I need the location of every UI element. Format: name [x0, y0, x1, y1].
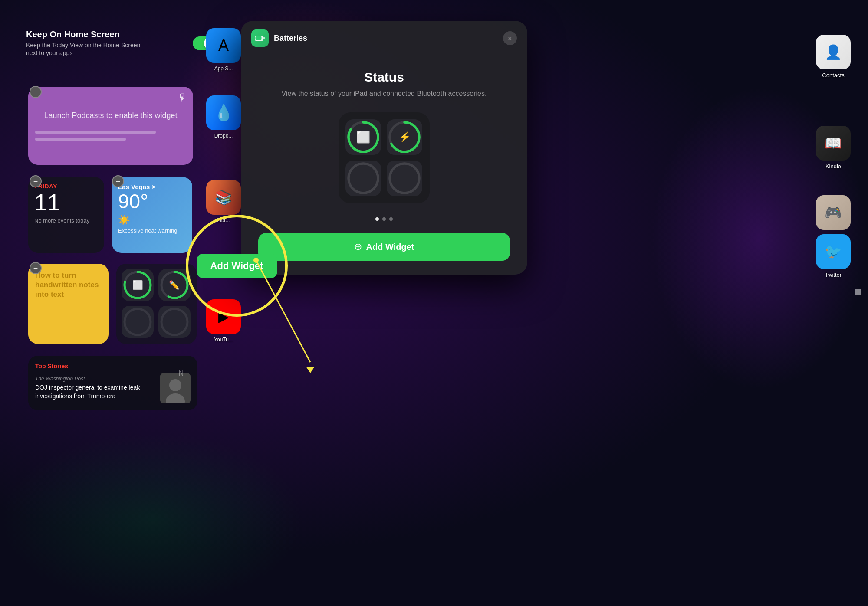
tablet-icon: ⬜: [132, 280, 143, 290]
news-widget: N Top Stories The Washington Post DOJ in…: [28, 356, 197, 410]
podcasts-lines: [35, 127, 186, 141]
podcasts-minus-badge[interactable]: −: [30, 86, 42, 98]
weather-minus-badge[interactable]: −: [112, 175, 124, 187]
svg-rect-11: [256, 36, 262, 40]
add-widget-label: Add Widget: [366, 242, 414, 252]
bg-blob3: [0, 432, 304, 606]
modal-title: Status: [364, 70, 404, 85]
unknown-dot: [855, 289, 861, 295]
libby-icon[interactable]: 📚: [206, 180, 241, 215]
modal-close-button[interactable]: ×: [503, 31, 517, 45]
battery-circle-pencil: ✏️: [158, 269, 191, 301]
page-dot-2: [382, 217, 386, 221]
contacts-app: 👤 Contacts: [807, 35, 859, 79]
close-icon: ×: [508, 35, 512, 42]
kindle-label: Kindle: [825, 163, 841, 170]
preview-circle-empty2: [387, 161, 422, 196]
contacts-label: Contacts: [822, 72, 844, 79]
preview-tablet-icon: ⬜: [356, 131, 370, 144]
weather-city: Las Vegas ➤: [118, 183, 186, 190]
libby-app: 📚 Libr...: [204, 180, 243, 223]
dropbox-label: Dropb...: [214, 133, 233, 139]
home-screen-bar: Keep On Home Screen Keep the Today View …: [26, 29, 217, 57]
svg-point-16: [349, 164, 378, 193]
svg-rect-10: [263, 37, 265, 39]
add-widget-plus-icon: ⊕: [354, 241, 362, 252]
twitter-app: 🐦 Twitter: [807, 234, 859, 278]
nt-app: 🎮 nt: [807, 195, 859, 239]
calendar-day: FRIDAY: [34, 183, 98, 190]
youtube-icon[interactable]: ▶: [206, 299, 241, 334]
preview-circle-empty1: [345, 161, 381, 196]
contacts-icon[interactable]: 👤: [816, 35, 851, 69]
page-dot-1: [375, 217, 379, 221]
location-icon: ➤: [151, 184, 156, 190]
modal-app-name: Batteries: [274, 34, 503, 43]
add-widget-button[interactable]: ⊕ Add Widget: [258, 233, 510, 261]
home-screen-text: Keep On Home Screen Keep the Today View …: [26, 29, 148, 57]
youtube-label: YouTu...: [214, 337, 233, 343]
battery-circle-empty2: [158, 306, 191, 338]
news-top-stories-label: Top Stories: [35, 363, 191, 370]
home-screen-subtitle: Keep the Today View on the Home Screen n…: [26, 41, 148, 57]
podcasts-widget: 🎙 Launch Podcasts to enable this widget: [28, 87, 193, 165]
calendar-event: No more events today: [34, 217, 98, 225]
modal-subtitle: View the status of your iPad and connect…: [282, 89, 487, 98]
podcasts-widget-text: Launch Podcasts to enable this widget: [44, 111, 177, 120]
appstore-icon[interactable]: A: [206, 28, 241, 63]
podcasts-line-2: [35, 138, 126, 141]
preview-circle-tablet: ⬜: [345, 119, 381, 155]
page-dots: [375, 217, 393, 221]
svg-point-5: [161, 309, 187, 335]
modal-content: Status View the status of your iPad and …: [241, 56, 527, 275]
svg-point-7: [169, 379, 181, 391]
battery-circle-empty1: [122, 306, 154, 338]
preview-circle-pencil: ⚡: [387, 119, 422, 155]
notes-minus-badge[interactable]: −: [30, 262, 42, 274]
battery-preview-widget: ⬜ ⚡: [339, 112, 430, 203]
weather-temp: 90°: [118, 190, 186, 213]
news-headline: DOJ inspector general to examine leak in…: [35, 383, 156, 400]
sun-icon: ☀️: [118, 214, 186, 226]
svg-point-17: [390, 164, 419, 193]
batteries-widget-small: ⬜ ✏️: [116, 264, 197, 344]
calendar-widget: FRIDAY 11 No more events today: [28, 177, 104, 253]
preview-pencil-icon: ⚡: [399, 131, 411, 143]
kindle-icon[interactable]: 📖: [816, 126, 851, 161]
battery-circle-tablet: ⬜: [122, 269, 154, 301]
podcasts-icon: 🎙: [178, 92, 187, 103]
svg-point-4: [125, 309, 151, 335]
twitter-label: Twitter: [825, 272, 842, 278]
calendar-minus-badge[interactable]: −: [30, 175, 42, 187]
dropbox-app: 💧 Dropb...: [204, 95, 243, 139]
pencil-icon: ✏️: [169, 280, 180, 290]
modal-app-icon: [251, 29, 269, 47]
news-row: The Washington Post DOJ inspector genera…: [35, 373, 191, 403]
appstore-label: App S...: [214, 66, 233, 72]
news-icon: N: [178, 370, 184, 377]
news-thumbnail: [160, 373, 191, 403]
calendar-date: 11: [34, 190, 98, 214]
appstore-app: A App S...: [204, 28, 243, 72]
page-dot-3: [389, 217, 393, 221]
news-source: The Washington Post: [35, 376, 156, 382]
weather-widget: Las Vegas ➤ 90° ☀️ Excessive heat warnin…: [112, 177, 192, 253]
youtube-app: ▶ YouTu...: [204, 299, 243, 343]
modal-header: Batteries ×: [241, 21, 527, 56]
twitter-icon[interactable]: 🐦: [816, 234, 851, 269]
notes-widget: How to turn handwritten notes into text: [28, 264, 108, 344]
batteries-modal: Batteries × Status View the status of yo…: [241, 21, 527, 275]
libby-label: Libr...: [217, 217, 230, 223]
weather-condition: Excessive heat warning: [118, 227, 186, 235]
podcasts-line-1: [35, 131, 156, 134]
home-screen-title: Keep On Home Screen: [26, 29, 148, 39]
kindle-app: 📖 Kindle: [807, 126, 859, 170]
dropbox-icon[interactable]: 💧: [206, 95, 241, 130]
notes-text: How to turn handwritten notes into text: [35, 271, 102, 299]
nt-icon[interactable]: 🎮: [816, 195, 851, 230]
